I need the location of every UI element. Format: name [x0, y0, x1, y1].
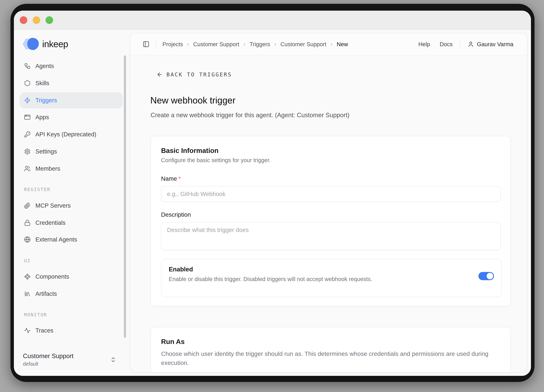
breadcrumb-separator: ›: [243, 41, 245, 47]
blob-shape: [27, 38, 39, 50]
lock-icon: [24, 220, 31, 226]
required-marker: *: [178, 175, 181, 182]
sidebar-scrollbar[interactable]: [124, 55, 126, 338]
run-as-card: Run As Choose which user identity the tr…: [151, 327, 511, 372]
sidebar-item-mcp-servers[interactable]: MCP Servers: [20, 197, 123, 214]
breadcrumb-project[interactable]: Customer Support: [193, 41, 239, 48]
sidebar-section-register: REGISTER: [24, 186, 50, 193]
hexagon-icon: [24, 80, 31, 86]
paperclip-icon: [24, 202, 31, 209]
users-icon: [24, 165, 31, 172]
name-label-text: Name: [161, 175, 177, 182]
sidebar-item-components[interactable]: Components: [20, 268, 123, 285]
breadcrumb-current: New: [337, 41, 348, 48]
name-input[interactable]: [161, 186, 501, 202]
close-button[interactable]: [20, 16, 27, 24]
activity-icon: [24, 327, 31, 334]
sidebar-item-label: Credentials: [35, 219, 65, 226]
header-divider: [460, 40, 460, 48]
back-to-triggers-link[interactable]: BACK TO TRIGGERS: [157, 70, 232, 79]
enabled-labels: Enabled Enable or disable this trigger. …: [169, 266, 372, 282]
sidebar-item-label: Apps: [35, 114, 49, 121]
header-divider: [156, 40, 156, 48]
enabled-toggle[interactable]: [479, 272, 494, 280]
panel-header: Projects › Customer Support › Triggers ›…: [130, 33, 527, 55]
minimize-button[interactable]: [33, 16, 40, 24]
device-frame: inkeep Agents Skills Triggers: [11, 4, 534, 382]
arrow-left-icon: [157, 71, 163, 78]
workflow-icon: [24, 63, 31, 69]
logo-text: inkeep: [42, 39, 68, 49]
header-right: Help Docs Gaurav Varma: [409, 40, 513, 48]
app-window: inkeep Agents Skills Triggers: [14, 11, 531, 376]
description-textarea[interactable]: [161, 222, 501, 250]
sidebar-item-apps[interactable]: Apps: [20, 109, 123, 125]
toggle-knob: [487, 273, 493, 279]
inkeep-logo-icon: [23, 38, 39, 50]
sidebar-item-label: Components: [35, 273, 69, 280]
sidebar-item-label: MCP Servers: [35, 202, 71, 209]
enabled-label: Enabled: [169, 266, 372, 273]
inkeep-logo[interactable]: inkeep: [23, 37, 68, 51]
breadcrumb-separator: ›: [331, 41, 332, 47]
titlebar: [14, 11, 531, 30]
library-icon: [24, 291, 31, 297]
sidebar-section-ui: UI: [24, 258, 31, 264]
gear-icon: [24, 148, 31, 155]
breadcrumb-separator: ›: [187, 41, 189, 47]
zap-icon: [24, 97, 31, 104]
sidebar: inkeep Agents Skills Triggers: [14, 30, 130, 376]
card-title: Run As: [161, 338, 500, 345]
name-label: Name*: [161, 175, 500, 182]
project-environment: default: [23, 361, 74, 367]
globe-icon: [24, 236, 31, 243]
sidebar-item-settings[interactable]: Settings: [20, 143, 123, 160]
breadcrumb: Projects › Customer Support › Triggers ›…: [162, 41, 348, 48]
enabled-setting: Enabled Enable or disable this trigger. …: [161, 259, 502, 297]
sidebar-item-label: API Keys (Deprecated): [35, 131, 96, 138]
user-name: Gaurav Varma: [477, 41, 513, 48]
docs-link[interactable]: Docs: [440, 41, 453, 48]
sidebar-item-agents[interactable]: Agents: [20, 58, 123, 74]
breadcrumb-agent[interactable]: Customer Support: [280, 41, 326, 48]
sidebar-item-triggers[interactable]: Triggers: [20, 92, 123, 108]
sidebar-item-external-agents[interactable]: External Agents: [20, 232, 123, 248]
maximize-button[interactable]: [46, 16, 53, 24]
page-title: New webhook trigger: [150, 95, 236, 106]
sidebar-section-monitor: MONITOR: [24, 312, 47, 318]
breadcrumb-projects[interactable]: Projects: [162, 41, 183, 48]
project-name: Customer Support: [23, 352, 74, 360]
sidebar-item-label: Artifacts: [35, 290, 57, 297]
sidebar-item-label: Members: [35, 165, 60, 172]
sidebar-item-label: Traces: [35, 327, 53, 334]
sidebar-item-artifacts[interactable]: Artifacts: [20, 286, 123, 302]
sidebar-item-api-keys[interactable]: API Keys (Deprecated): [20, 126, 123, 143]
chevrons-up-down-icon: [110, 356, 116, 363]
page-subtitle: Create a new webhook trigger for this ag…: [151, 112, 349, 119]
sidebar-item-label: Triggers: [35, 97, 57, 104]
user-menu[interactable]: Gaurav Varma: [468, 41, 513, 48]
app-body: inkeep Agents Skills Triggers: [14, 30, 531, 376]
card-description: Choose which user identity the trigger s…: [161, 349, 495, 367]
sidebar-item-label: Skills: [35, 80, 49, 87]
sidebar-item-label: Settings: [35, 148, 57, 155]
component-icon: [24, 273, 31, 280]
basic-information-card: Basic Information Configure the basic se…: [151, 136, 511, 306]
card-title: Basic Information: [161, 147, 500, 154]
help-link[interactable]: Help: [418, 41, 430, 48]
panel-left-icon[interactable]: [143, 41, 149, 48]
card-description: Configure the basic settings for your tr…: [161, 157, 500, 163]
description-label: Description: [161, 211, 500, 218]
sidebar-item-skills[interactable]: Skills: [20, 75, 123, 91]
main-panel: Projects › Customer Support › Triggers ›…: [130, 33, 527, 372]
sidebar-item-members[interactable]: Members: [20, 160, 123, 177]
sidebar-item-label: External Agents: [35, 236, 77, 243]
project-switcher-labels: Customer Support default: [23, 352, 74, 367]
sidebar-item-label: Agents: [35, 63, 54, 69]
user-icon: [468, 41, 474, 47]
sidebar-item-traces[interactable]: Traces: [20, 322, 123, 339]
sidebar-item-credentials[interactable]: Credentials: [20, 215, 123, 231]
project-switcher[interactable]: Customer Support default: [23, 349, 118, 370]
breadcrumb-triggers[interactable]: Triggers: [249, 41, 270, 48]
breadcrumb-separator: ›: [274, 41, 276, 47]
